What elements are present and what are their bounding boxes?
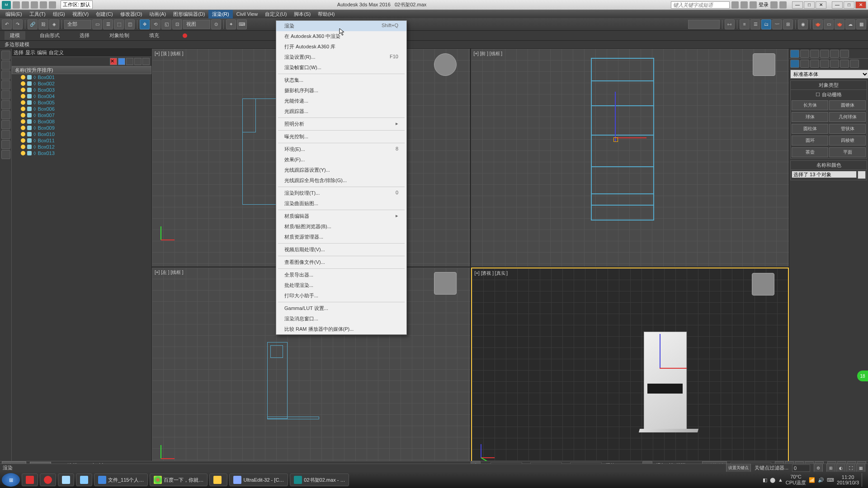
menu-item[interactable]: 打开 Autodesk A360 库: [276, 42, 406, 52]
modify-tab-icon[interactable]: [800, 50, 809, 58]
menu-item[interactable]: 渲染消息窗口...: [276, 314, 406, 324]
list-item[interactable]: ◊Box008: [12, 118, 151, 125]
qat-redo-icon[interactable]: [49, 1, 56, 9]
cameras-cat-icon[interactable]: [820, 60, 829, 68]
list-item[interactable]: ◊Box013: [12, 150, 151, 156]
menu-item[interactable]: 环境(E)...8: [276, 144, 406, 155]
viewport-front[interactable]: [+] [前 ] [线框 ]: [471, 49, 789, 267]
workspace-dropdown[interactable]: 工作区: 默认: [61, 0, 93, 9]
list-item[interactable]: ◊Box007: [12, 112, 151, 118]
task-item[interactable]: UltraEdit-32 - [C…: [229, 474, 288, 486]
menu-图形编辑器(D)[interactable]: 图形编辑器(D): [170, 10, 208, 19]
filter-geometry-icon[interactable]: [1, 51, 10, 60]
curve-editor-button[interactable]: 〰: [772, 19, 782, 29]
pivot-button[interactable]: ⊙: [211, 19, 221, 29]
task-item[interactable]: 百度一下，你就…: [150, 474, 208, 486]
viewcube-icon[interactable]: [434, 272, 457, 295]
menu-item[interactable]: 在 Autodesk A360 中渲染: [276, 31, 406, 42]
primitive-button[interactable]: 平面: [829, 147, 866, 157]
align-button[interactable]: ≡: [740, 19, 750, 29]
menu-item[interactable]: 视频后期处理(V)...: [276, 244, 406, 255]
menu-创建(C)[interactable]: 创建(C): [92, 10, 116, 19]
ribbon-tab[interactable]: 对象绘制: [104, 31, 135, 40]
menu-item[interactable]: 查看图像文件(V)...: [276, 257, 406, 267]
menu-item[interactable]: 渲染曲面贴图...: [276, 198, 406, 209]
tab-edit[interactable]: 编辑: [37, 49, 47, 56]
task-item[interactable]: [209, 474, 227, 486]
menu-脚本(S)[interactable]: 脚本(S): [290, 10, 314, 19]
auto-grid-checkbox[interactable]: ☐ 自动栅格: [816, 92, 841, 97]
current-frame-input[interactable]: [792, 465, 810, 472]
undo-button[interactable]: ↶: [2, 19, 12, 29]
select-object-button[interactable]: ▭: [92, 19, 102, 29]
list-item[interactable]: ◊Box011: [12, 137, 151, 144]
primitive-button[interactable]: 管状体: [829, 124, 866, 134]
menu-item[interactable]: 材质资源管理器...: [276, 232, 406, 242]
primitive-button[interactable]: 圆锥体: [829, 100, 866, 110]
se-lock-button[interactable]: [118, 58, 125, 65]
viewcube-icon[interactable]: [752, 273, 774, 296]
qat-open-icon[interactable]: [22, 1, 29, 9]
named-sets-dropdown[interactable]: [688, 20, 720, 29]
layers-button[interactable]: ☰: [750, 19, 760, 29]
viewcube-icon[interactable]: [753, 53, 775, 76]
primitive-button[interactable]: 几何球体: [829, 112, 866, 122]
filter-lights-icon[interactable]: [1, 70, 10, 80]
task-item[interactable]: 文件_115个人…: [94, 474, 148, 486]
menu-item[interactable]: 全景导出器...: [276, 270, 406, 280]
task-item[interactable]: [76, 474, 92, 486]
window-crossing-button[interactable]: ◫: [125, 19, 135, 29]
filter-spacewarps-icon[interactable]: [1, 100, 10, 109]
qat-new-icon[interactable]: [13, 1, 20, 9]
primitive-button[interactable]: 茶壶: [792, 147, 828, 157]
primitive-button[interactable]: 圆柱体: [792, 124, 828, 134]
menu-渲染(R)[interactable]: 渲染(R): [208, 10, 232, 19]
menu-自定义(U)[interactable]: 自定义(U): [261, 10, 290, 19]
object-type-rollout-header[interactable]: 对象类型: [791, 81, 867, 90]
login-link[interactable]: 登录: [759, 1, 769, 8]
placement-button[interactable]: ⊡: [172, 19, 182, 29]
menu-item[interactable]: 比较 RAM 播放器中的媒体(P)...: [276, 324, 406, 334]
minimize-button[interactable]: —: [832, 1, 843, 9]
select-by-name-button[interactable]: ☰: [103, 19, 113, 29]
bind-button[interactable]: ◈: [49, 19, 59, 29]
hierarchy-tab-icon[interactable]: [810, 50, 819, 58]
list-item[interactable]: ◊Box006: [12, 106, 151, 112]
exchange-icon[interactable]: [770, 1, 778, 9]
list-item[interactable]: ◊Box009: [12, 125, 151, 131]
task-item[interactable]: [40, 474, 56, 486]
material-editor-button[interactable]: ◉: [798, 19, 808, 29]
viewport-label[interactable]: [+] [左 ] [线框 ]: [155, 269, 184, 276]
render-setup-button[interactable]: 🫖: [813, 19, 823, 29]
ribbon-tab[interactable]: 填充: [144, 31, 165, 40]
menu-帮助(H)[interactable]: 帮助(H): [314, 10, 338, 19]
user-icon[interactable]: [750, 1, 757, 9]
move-button[interactable]: ✥: [140, 19, 150, 29]
menu-item[interactable]: 状态集...: [276, 75, 406, 85]
menu-item[interactable]: 效果(F)...: [276, 155, 406, 165]
menu-动画(A)[interactable]: 动画(A): [146, 10, 170, 19]
selection-filter-dropdown[interactable]: 全部: [64, 20, 91, 29]
menu-Civil View[interactable]: Civil View: [233, 10, 261, 18]
primitive-button[interactable]: 长方体: [792, 100, 828, 110]
menu-item[interactable]: 摄影机序列器...: [276, 85, 406, 96]
manipulate-button[interactable]: ✦: [226, 19, 236, 29]
help-search-input[interactable]: [671, 1, 730, 9]
list-item[interactable]: ◊Box010: [12, 131, 151, 137]
menu-item[interactable]: 渲染Shift+Q: [276, 21, 406, 31]
list-item[interactable]: ◊Box004: [12, 93, 151, 99]
menu-组(G)[interactable]: 组(G): [49, 10, 69, 19]
setkey-button[interactable]: 设置关键点: [726, 464, 751, 473]
list-item[interactable]: ◊Box001: [12, 74, 151, 80]
motion-tab-icon[interactable]: [820, 50, 829, 58]
primitive-button[interactable]: 四棱锥: [829, 136, 866, 145]
menu-item[interactable]: 材质/贴图浏览器(B)...: [276, 221, 406, 232]
tab-display[interactable]: 显示: [25, 49, 35, 56]
task-item[interactable]: [58, 474, 74, 486]
render-cloud-button[interactable]: ☁: [845, 19, 855, 29]
menu-item[interactable]: 光线跟踪全局包含/排除(G)...: [276, 175, 406, 186]
inner-close-button[interactable]: ✕: [816, 1, 826, 9]
column-header-name[interactable]: 名称(按升序排序): [12, 66, 151, 74]
time-config-button[interactable]: ⚙: [814, 464, 823, 473]
sub-ribbon-label[interactable]: 多边形建模: [5, 41, 29, 48]
